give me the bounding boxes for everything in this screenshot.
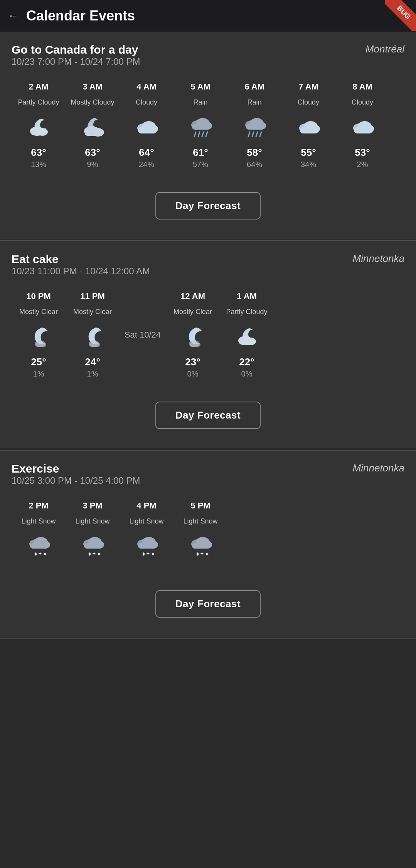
forecast-button-wrapper: Day Forecast [12,386,404,448]
section-divider [0,638,416,639]
weather-precip: 9% [87,160,98,169]
event-header: Go to Canada for a day10/23 7:00 PM - 10… [12,43,404,75]
weather-condition: Partly Cloudy [226,303,267,321]
weather-temp: 61° [193,147,208,159]
svg-line-14 [194,132,196,137]
event-time: 10/23 11:00 PM - 10/24 12:00 AM [12,266,150,277]
svg-rect-2 [31,130,47,135]
weather-hour-item: 8 AMCloudy 53°2% [335,78,389,173]
svg-rect-46 [30,543,49,549]
weather-hour-time: 2 AM [29,82,49,92]
weather-precip: 0% [241,370,253,378]
weather-hour-time: 2 PM [29,501,48,511]
weather-condition: Mostly Clear [19,303,58,321]
weather-icon [80,324,105,353]
svg-text:✦: ✦ [42,551,47,557]
weather-hour-item: 4 PMLight Snow ✦ ✦ ✦ [120,497,173,571]
svg-line-17 [206,132,207,137]
weather-hour-time: 8 AM [352,82,372,92]
weather-scroll[interactable]: 10 PMMostly Clear 25°1%11 PMMostly Clear… [12,287,404,386]
weather-hour-item: 2 PMLight Snow ✦ ✦ ✦ [12,497,66,571]
weather-hour-item: 5 PMLight Snow ✦ ✦ ✦ [173,497,227,571]
event-title: Eat cake10/23 11:00 PM - 10/24 12:00 AM [12,253,150,284]
svg-text:✦: ✦ [96,551,101,557]
weather-temp: 63° [31,147,46,159]
weather-icon: ✦ ✦ ✦ [80,534,105,562]
svg-text:✦: ✦ [92,551,96,557]
svg-rect-33 [354,127,372,133]
weather-condition: Mostly Cloudy [71,93,114,112]
weather-hour-item: 7 AMCloudy 55°34% [281,78,335,173]
back-button[interactable]: ← [8,10,19,22]
weather-icon: ✦ ✦ ✦ [26,534,51,562]
weather-icon: ✦ ✦ ✦ [134,534,159,562]
weather-condition: Cloudy [298,93,319,112]
event-location: Minnetonka [353,253,404,265]
weather-precip: 57% [193,160,208,169]
svg-text:✦: ✦ [150,551,155,557]
weather-hour-time: 4 PM [136,501,156,511]
weather-icon: ✦ ✦ ✦ [188,534,213,562]
weather-precip: 2% [357,160,368,169]
weather-hour-item: 10 PMMostly Clear 25°1% [12,287,66,382]
svg-rect-42 [239,340,255,344]
weather-precip: 0% [187,370,199,378]
weather-temp: 63° [85,147,100,159]
page-title: Calendar Events [26,8,135,24]
svg-text:✦: ✦ [204,551,209,557]
weather-hour-time: 1 AM [237,291,257,301]
weather-condition: Light Snow [75,512,109,531]
day-divider: Sat 10/24 [120,287,166,382]
event-header: Exercise10/25 3:00 PM - 10/25 4:00 PMMin… [12,462,404,494]
weather-icon [80,115,105,144]
svg-line-23 [252,132,254,137]
weather-temp: 25° [31,356,46,368]
event-time: 10/25 3:00 PM - 10/25 4:00 PM [12,475,140,486]
day-forecast-button[interactable]: Day Forecast [155,192,261,220]
svg-rect-37 [89,343,100,347]
svg-line-25 [260,132,261,137]
weather-hour-time: 5 PM [190,501,210,511]
day-forecast-button[interactable]: Day Forecast [155,590,261,618]
svg-line-15 [198,132,200,137]
svg-line-16 [202,132,204,137]
weather-scroll[interactable]: 2 AMPartly Cloudy 63°13%3 AMMostly Cloud… [12,78,404,177]
event-time: 10/23 7:00 PM - 10/24 7:00 PM [12,56,140,67]
weather-condition: Cloudy [352,93,373,112]
weather-hour-time: 12 AM [180,291,205,301]
weather-hour-time: 6 AM [244,82,264,92]
event-title: Exercise10/25 3:00 PM - 10/25 4:00 PM [12,462,140,494]
weather-icon [242,115,267,144]
weather-icon [188,115,213,144]
weather-precip: 64% [247,160,262,169]
weather-icon [180,324,205,353]
weather-hour-item: 2 AMPartly Cloudy 63°13% [12,78,66,173]
weather-temp: 23° [185,356,200,368]
weather-condition: Light Snow [183,512,217,531]
weather-hour-time: 3 AM [83,82,103,92]
day-forecast-button[interactable]: Day Forecast [155,402,261,429]
event-title: Go to Canada for a day10/23 7:00 PM - 10… [12,43,140,75]
event-card-3: Exercise10/25 3:00 PM - 10/25 4:00 PMMin… [0,451,416,637]
svg-rect-9 [138,127,157,133]
weather-icon [350,115,375,144]
weather-scroll[interactable]: 2 PMLight Snow ✦ ✦ ✦ 3 PMLight Snow ✦ ✦ … [12,497,404,575]
weather-icon [134,115,159,144]
weather-hour-item: 4 AMCloudy 64°24% [120,78,173,173]
weather-hour-item: 5 AMRain 61°57% [173,78,227,173]
event-title-text: Eat cake [12,253,150,266]
weather-precip: 13% [31,160,46,169]
svg-rect-67 [192,543,211,549]
svg-rect-5 [85,130,102,136]
weather-hour-item: 3 AMMostly Cloudy 63°9% [66,78,120,173]
weather-condition: Partly Cloudy [18,93,59,112]
weather-precip: 1% [33,370,44,378]
header: ← Calendar Events BUG [0,0,416,32]
event-card-2: Eat cake10/23 11:00 PM - 10/24 12:00 AMM… [0,241,416,448]
weather-temp: 64° [139,147,154,159]
weather-hour-time: 7 AM [298,82,318,92]
forecast-button-wrapper: Day Forecast [12,575,404,637]
weather-condition: Cloudy [136,93,157,112]
event-header: Eat cake10/23 11:00 PM - 10/24 12:00 AMM… [12,253,404,284]
weather-precip: 24% [139,160,154,169]
